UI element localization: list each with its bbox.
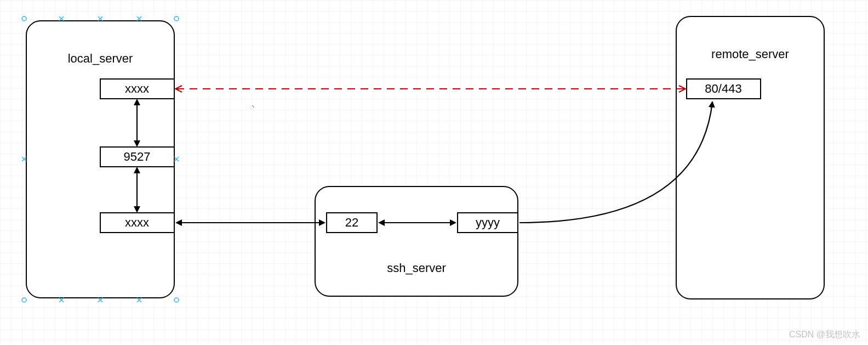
node-ssh-server[interactable]: ssh_server 22 yyyy xyxy=(315,186,518,296)
svg-rect-24 xyxy=(315,186,518,296)
svg-point-6 xyxy=(22,298,26,302)
port-remote-top-label: 80/443 xyxy=(705,82,741,95)
svg-point-4 xyxy=(22,16,26,21)
port-local-mid[interactable]: 9527 xyxy=(100,147,174,167)
svg-point-5 xyxy=(174,16,179,21)
port-local-top[interactable]: xxxx xyxy=(100,79,174,99)
port-local-top-label: xxxx xyxy=(125,82,149,95)
port-ssh-right[interactable]: yyyy xyxy=(458,213,518,233)
port-local-bot[interactable]: xxxx xyxy=(100,213,174,233)
node-local-server-label: local_server xyxy=(68,52,133,65)
svg-point-7 xyxy=(174,298,179,302)
port-local-bot-label: xxxx xyxy=(125,216,149,229)
node-ssh-server-label: ssh_server xyxy=(387,261,446,275)
port-ssh-left[interactable]: 22 xyxy=(327,213,377,233)
diagram-canvas[interactable]: local_server xxxx 9527 xxxx xyxy=(0,0,868,345)
port-local-mid-label: 9527 xyxy=(124,150,151,163)
node-local-server[interactable]: local_server xxxx 9527 xxxx xyxy=(26,21,174,298)
port-ssh-right-label: yyyy xyxy=(476,216,500,229)
svg-line-29 xyxy=(252,105,254,108)
node-remote-server-label: remote_server xyxy=(711,47,789,61)
port-ssh-left-label: 22 xyxy=(345,216,358,229)
port-remote-top[interactable]: 80/443 xyxy=(687,79,761,99)
node-remote-server[interactable]: remote_server 80/443 xyxy=(676,16,824,299)
